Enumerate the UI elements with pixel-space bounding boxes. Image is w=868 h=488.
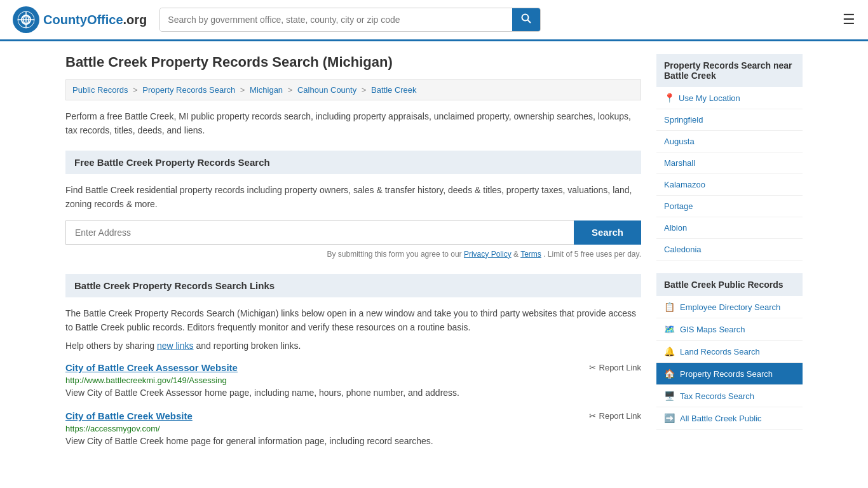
scissors-icon: ✂ — [589, 363, 596, 372]
breadcrumb-battle-creek[interactable]: Battle Creek — [371, 85, 417, 95]
new-links-link[interactable]: new links — [157, 341, 194, 351]
sidebar-location-kalamazoo[interactable]: Kalamazoo — [656, 174, 803, 196]
sidebar-location-albion[interactable]: Albion — [656, 217, 803, 239]
free-search-description: Find Battle Creek residential property r… — [65, 183, 641, 212]
header: CountyOffice.org ☰ — [0, 0, 868, 41]
hamburger-menu-button[interactable]: ☰ — [843, 11, 855, 28]
address-search-form: Search — [65, 220, 641, 245]
link-title-assessor[interactable]: City of Battle Creek Assessor Website — [65, 362, 238, 373]
report-link-button-0[interactable]: ✂ Report Link — [589, 363, 641, 372]
free-search-heading: Free Battle Creek Property Records Searc… — [65, 151, 641, 174]
link-desc-1: View City of Battle Creek home page for … — [65, 436, 641, 446]
tax-icon: 🖥️ — [664, 391, 675, 401]
sidebar-public-records-heading: Battle Creek Public Records — [656, 273, 803, 296]
links-section-heading: Battle Creek Property Records Search Lin… — [65, 274, 641, 297]
logo[interactable]: CountyOffice.org — [13, 6, 147, 33]
sidebar-nearby-section: Property Records Search near Battle Cree… — [656, 54, 803, 261]
sidebar-item-property-records[interactable]: 🏠 Property Records Search — [656, 363, 803, 385]
page-title: Battle Creek Property Records Search (Mi… — [65, 54, 641, 71]
breadcrumb-public-records[interactable]: Public Records — [72, 85, 128, 95]
sidebar-location-caledonia[interactable]: Caledonia — [656, 239, 803, 261]
link-url-1: https://accessmygov.com/ — [65, 424, 641, 433]
sidebar-public-records-section: Battle Creek Public Records 📋 Employee D… — [656, 273, 803, 430]
breadcrumb-calhoun-county[interactable]: Calhoun County — [297, 85, 356, 95]
sidebar-location-portage[interactable]: Portage — [656, 196, 803, 217]
home-icon: 🏠 — [664, 369, 675, 379]
links-description: The Battle Creek Property Records Search… — [65, 306, 641, 335]
main-content: Battle Creek Property Records Search (Mi… — [65, 54, 641, 459]
link-item: City of Battle Creek Website ✂ Report Li… — [65, 410, 641, 446]
sidebar-location-augusta[interactable]: Augusta — [656, 131, 803, 152]
link-url-0: http://www.battlecreekmi.gov/149/Assessi… — [65, 376, 641, 385]
sidebar: Property Records Search near Battle Cree… — [656, 54, 803, 459]
privacy-policy-link[interactable]: Privacy Policy — [464, 250, 512, 259]
sidebar-use-my-location[interactable]: 📍 Use My Location — [656, 87, 803, 109]
link-desc-0: View City of Battle Creek Assessor home … — [65, 388, 641, 398]
link-item: City of Battle Creek Assessor Website ✂ … — [65, 362, 641, 398]
link-title-website[interactable]: City of Battle Creek Website — [65, 410, 193, 421]
sidebar-item-land-records[interactable]: 🔔 Land Records Search — [656, 341, 803, 363]
global-search-bar[interactable] — [159, 8, 541, 32]
terms-link[interactable]: Terms — [520, 250, 541, 259]
address-input[interactable] — [65, 220, 574, 245]
sidebar-location-marshall[interactable]: Marshall — [656, 152, 803, 174]
sidebar-nearby-heading: Property Records Search near Battle Cree… — [656, 54, 803, 87]
sidebar-item-all-public[interactable]: ➡️ All Battle Creek Public — [656, 407, 803, 430]
page-description: Perform a free Battle Creek, MI public p… — [65, 109, 641, 138]
links-section: Battle Creek Property Records Search Lin… — [65, 274, 641, 447]
breadcrumb-property-records-search[interactable]: Property Records Search — [142, 85, 235, 95]
list-icon: 📋 — [664, 302, 675, 312]
form-disclaimer: By submitting this form you agree to our… — [65, 250, 641, 259]
svg-point-5 — [522, 15, 529, 21]
free-search-section: Free Battle Creek Property Records Searc… — [65, 151, 641, 259]
logo-icon — [13, 6, 39, 33]
svg-line-6 — [528, 20, 531, 24]
land-icon: 🔔 — [664, 346, 675, 356]
sidebar-item-gis-maps[interactable]: 🗺️ GIS Maps Search — [656, 318, 803, 341]
arrow-icon: ➡️ — [664, 413, 675, 423]
address-search-button[interactable]: Search — [574, 220, 641, 245]
global-search-input[interactable] — [160, 8, 512, 31]
breadcrumb-michigan[interactable]: Michigan — [250, 85, 283, 95]
report-link-button-1[interactable]: ✂ Report Link — [589, 411, 641, 421]
scissors-icon: ✂ — [589, 411, 596, 421]
sidebar-location-springfield[interactable]: Springfield — [656, 109, 803, 131]
breadcrumb: Public Records > Property Records Search… — [65, 79, 641, 100]
sidebar-item-employee-directory[interactable]: 📋 Employee Directory Search — [656, 296, 803, 318]
map-icon: 🗺️ — [664, 324, 675, 334]
location-pin-icon: 📍 — [664, 93, 675, 103]
sidebar-item-tax-records[interactable]: 🖥️ Tax Records Search — [656, 385, 803, 407]
logo-text: CountyOffice.org — [43, 13, 147, 27]
global-search-button[interactable] — [512, 8, 540, 31]
share-line: Help others by sharing new links and rep… — [65, 341, 641, 351]
